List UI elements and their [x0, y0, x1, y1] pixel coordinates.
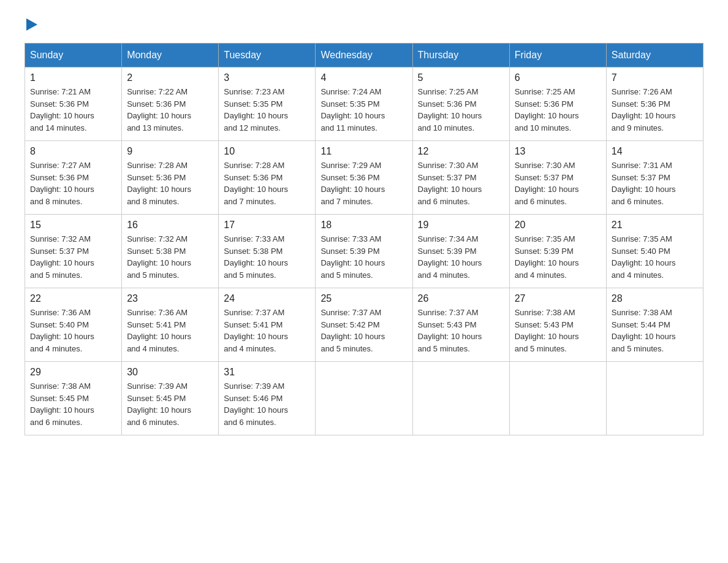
calendar-cell: 6 Sunrise: 7:25 AM Sunset: 5:36 PM Dayli… [509, 67, 606, 141]
calendar-cell: 7 Sunrise: 7:26 AM Sunset: 5:36 PM Dayli… [606, 67, 703, 141]
day-info: Sunrise: 7:37 AM Sunset: 5:41 PM Dayligh… [224, 307, 310, 354]
col-header-tuesday: Tuesday [219, 44, 316, 67]
day-number: 22 [30, 293, 116, 304]
calendar-cell: 8 Sunrise: 7:27 AM Sunset: 5:36 PM Dayli… [25, 141, 122, 215]
day-number: 2 [127, 72, 213, 83]
day-number: 8 [30, 146, 116, 157]
calendar-cell: 27 Sunrise: 7:38 AM Sunset: 5:43 PM Dayl… [509, 288, 606, 362]
day-info: Sunrise: 7:37 AM Sunset: 5:43 PM Dayligh… [418, 307, 504, 354]
day-number: 28 [612, 293, 698, 304]
day-number: 26 [418, 293, 504, 304]
calendar-cell: 18 Sunrise: 7:33 AM Sunset: 5:39 PM Dayl… [316, 215, 412, 288]
day-info: Sunrise: 7:22 AM Sunset: 5:36 PM Dayligh… [127, 86, 213, 134]
calendar-cell: 16 Sunrise: 7:32 AM Sunset: 5:38 PM Dayl… [122, 215, 219, 288]
calendar-cell: 28 Sunrise: 7:38 AM Sunset: 5:44 PM Dayl… [606, 288, 703, 362]
calendar-cell: 24 Sunrise: 7:37 AM Sunset: 5:41 PM Dayl… [219, 288, 316, 362]
day-number: 25 [320, 293, 407, 304]
day-info: Sunrise: 7:25 AM Sunset: 5:36 PM Dayligh… [515, 86, 601, 134]
calendar-cell: 3 Sunrise: 7:23 AM Sunset: 5:35 PM Dayli… [219, 67, 316, 141]
calendar-week-3: 15 Sunrise: 7:32 AM Sunset: 5:37 PM Dayl… [25, 215, 703, 288]
day-info: Sunrise: 7:28 AM Sunset: 5:36 PM Dayligh… [224, 159, 310, 207]
day-number: 5 [418, 72, 504, 83]
calendar-cell: 19 Sunrise: 7:34 AM Sunset: 5:39 PM Dayl… [412, 215, 509, 288]
day-info: Sunrise: 7:28 AM Sunset: 5:36 PM Dayligh… [127, 159, 213, 207]
calendar-cell: 21 Sunrise: 7:35 AM Sunset: 5:40 PM Dayl… [606, 215, 703, 288]
day-info: Sunrise: 7:39 AM Sunset: 5:45 PM Dayligh… [127, 380, 213, 428]
day-number: 1 [30, 72, 116, 83]
day-info: Sunrise: 7:39 AM Sunset: 5:46 PM Dayligh… [224, 380, 310, 428]
day-number: 27 [515, 293, 601, 304]
calendar-cell: 25 Sunrise: 7:37 AM Sunset: 5:42 PM Dayl… [316, 288, 412, 362]
col-header-wednesday: Wednesday [316, 44, 412, 67]
day-info: Sunrise: 7:37 AM Sunset: 5:42 PM Dayligh… [320, 307, 407, 354]
day-info: Sunrise: 7:38 AM Sunset: 5:45 PM Dayligh… [30, 380, 116, 428]
calendar-cell: 17 Sunrise: 7:33 AM Sunset: 5:38 PM Dayl… [219, 215, 316, 288]
day-number: 3 [224, 72, 310, 83]
day-number: 6 [515, 72, 601, 83]
calendar-cell: 11 Sunrise: 7:29 AM Sunset: 5:36 PM Dayl… [316, 141, 412, 215]
calendar-cell: 4 Sunrise: 7:24 AM Sunset: 5:35 PM Dayli… [316, 67, 412, 141]
day-number: 30 [127, 367, 213, 378]
day-number: 16 [127, 220, 213, 231]
col-header-thursday: Thursday [412, 44, 509, 67]
day-info: Sunrise: 7:34 AM Sunset: 5:39 PM Dayligh… [418, 233, 504, 281]
calendar-cell: 23 Sunrise: 7:36 AM Sunset: 5:41 PM Dayl… [122, 288, 219, 362]
day-number: 4 [320, 72, 407, 83]
calendar-cell: 10 Sunrise: 7:28 AM Sunset: 5:36 PM Dayl… [219, 141, 316, 215]
calendar-week-2: 8 Sunrise: 7:27 AM Sunset: 5:36 PM Dayli… [25, 141, 703, 215]
calendar-cell: 31 Sunrise: 7:39 AM Sunset: 5:46 PM Dayl… [219, 362, 316, 435]
day-info: Sunrise: 7:27 AM Sunset: 5:36 PM Dayligh… [30, 159, 116, 207]
day-info: Sunrise: 7:38 AM Sunset: 5:43 PM Dayligh… [515, 307, 601, 354]
logo-triangle-icon [26, 18, 37, 31]
day-number: 19 [418, 220, 504, 231]
day-info: Sunrise: 7:38 AM Sunset: 5:44 PM Dayligh… [612, 307, 698, 354]
calendar-cell: 1 Sunrise: 7:21 AM Sunset: 5:36 PM Dayli… [25, 67, 122, 141]
day-number: 10 [224, 146, 310, 157]
day-info: Sunrise: 7:30 AM Sunset: 5:37 PM Dayligh… [515, 159, 601, 207]
col-header-friday: Friday [509, 44, 606, 67]
calendar-cell: 12 Sunrise: 7:30 AM Sunset: 5:37 PM Dayl… [412, 141, 509, 215]
day-number: 13 [515, 146, 601, 157]
calendar-cell [606, 362, 703, 435]
day-number: 29 [30, 367, 116, 378]
day-info: Sunrise: 7:26 AM Sunset: 5:36 PM Dayligh… [612, 86, 698, 134]
day-info: Sunrise: 7:33 AM Sunset: 5:39 PM Dayligh… [320, 233, 407, 281]
page-header [25, 18, 703, 31]
calendar-cell: 30 Sunrise: 7:39 AM Sunset: 5:45 PM Dayl… [122, 362, 219, 435]
day-info: Sunrise: 7:30 AM Sunset: 5:37 PM Dayligh… [418, 159, 504, 207]
day-number: 17 [224, 220, 310, 231]
day-number: 31 [224, 367, 310, 378]
day-info: Sunrise: 7:32 AM Sunset: 5:38 PM Dayligh… [127, 233, 213, 281]
day-number: 18 [320, 220, 407, 231]
day-info: Sunrise: 7:36 AM Sunset: 5:40 PM Dayligh… [30, 307, 116, 354]
day-info: Sunrise: 7:21 AM Sunset: 5:36 PM Dayligh… [30, 86, 116, 134]
day-info: Sunrise: 7:23 AM Sunset: 5:35 PM Dayligh… [224, 86, 310, 134]
col-header-saturday: Saturday [606, 44, 703, 67]
day-info: Sunrise: 7:35 AM Sunset: 5:39 PM Dayligh… [515, 233, 601, 281]
col-header-monday: Monday [122, 44, 219, 67]
calendar-cell: 5 Sunrise: 7:25 AM Sunset: 5:36 PM Dayli… [412, 67, 509, 141]
calendar-cell: 15 Sunrise: 7:32 AM Sunset: 5:37 PM Dayl… [25, 215, 122, 288]
calendar-cell: 26 Sunrise: 7:37 AM Sunset: 5:43 PM Dayl… [412, 288, 509, 362]
day-info: Sunrise: 7:25 AM Sunset: 5:36 PM Dayligh… [418, 86, 504, 134]
day-info: Sunrise: 7:35 AM Sunset: 5:40 PM Dayligh… [612, 233, 698, 281]
calendar-cell: 2 Sunrise: 7:22 AM Sunset: 5:36 PM Dayli… [122, 67, 219, 141]
calendar-cell: 14 Sunrise: 7:31 AM Sunset: 5:37 PM Dayl… [606, 141, 703, 215]
day-number: 23 [127, 293, 213, 304]
calendar-cell [412, 362, 509, 435]
day-number: 24 [224, 293, 310, 304]
day-info: Sunrise: 7:36 AM Sunset: 5:41 PM Dayligh… [127, 307, 213, 354]
calendar-cell: 29 Sunrise: 7:38 AM Sunset: 5:45 PM Dayl… [25, 362, 122, 435]
calendar-week-4: 22 Sunrise: 7:36 AM Sunset: 5:40 PM Dayl… [25, 288, 703, 362]
day-number: 7 [612, 72, 698, 83]
calendar-table: SundayMondayTuesdayWednesdayThursdayFrid… [25, 43, 703, 435]
calendar-week-1: 1 Sunrise: 7:21 AM Sunset: 5:36 PM Dayli… [25, 67, 703, 141]
day-number: 14 [612, 146, 698, 157]
logo [25, 18, 37, 31]
day-number: 20 [515, 220, 601, 231]
day-number: 21 [612, 220, 698, 231]
calendar-cell: 20 Sunrise: 7:35 AM Sunset: 5:39 PM Dayl… [509, 215, 606, 288]
day-number: 15 [30, 220, 116, 231]
day-number: 12 [418, 146, 504, 157]
day-number: 9 [127, 146, 213, 157]
